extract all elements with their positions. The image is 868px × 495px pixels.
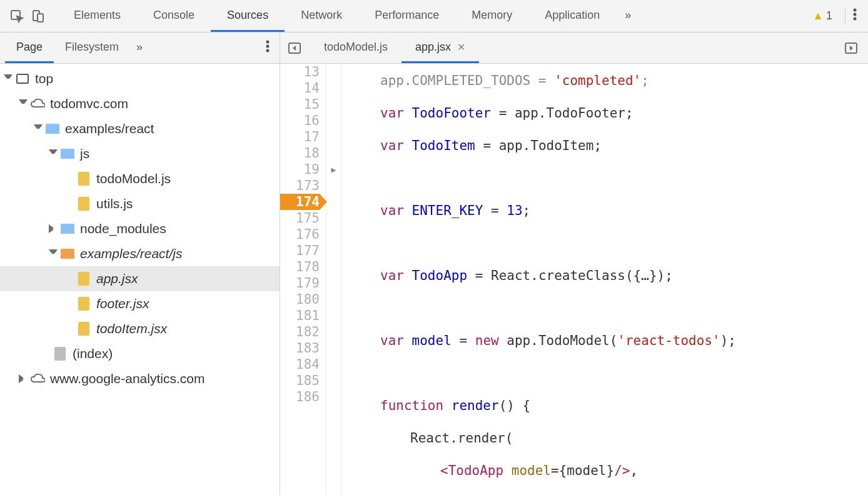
folder-icon [60,221,75,236]
svg-point-7 [266,45,270,48]
tab-label: app.jsx [415,41,451,54]
tree-label: www.google-analytics.com [50,371,204,386]
tab-performance[interactable]: Performance [358,0,455,32]
tree-top[interactable]: top [0,66,280,91]
svg-point-8 [266,49,270,52]
tab-network[interactable]: Network [285,0,358,32]
separator [845,9,845,24]
cloud-icon [30,96,45,111]
svg-point-6 [266,41,270,44]
cloud-icon [30,371,45,386]
editor-tab-app[interactable]: app.jsx✕ [401,32,479,63]
tree-label: todomvc.com [50,96,128,111]
file-icon [76,171,91,186]
tree-label: todoItem.jsx [96,321,167,336]
navigator-tab-page[interactable]: Page [5,32,54,63]
tree-folder-js[interactable]: js [0,141,280,166]
tab-label: todoModel.js [324,41,388,54]
file-icon [76,321,91,336]
tree-label: footer.jsx [96,296,149,311]
tree-label: js [80,146,89,161]
tree-label: (index) [73,346,113,361]
line-gutter[interactable]: 1314151617181917317417517617717817918018… [280,64,326,495]
warnings-badge[interactable]: ▲ 1 [812,9,837,22]
device-mode-icon[interactable] [28,6,49,27]
tab-sources[interactable]: Sources [211,0,285,32]
svg-point-5 [854,18,857,21]
svg-rect-2 [38,14,43,22]
tree-domain[interactable]: todomvc.com [0,91,280,116]
tree-label: examples/react/js [80,246,182,261]
folder-icon [60,146,75,161]
folder-icon [45,121,60,136]
tree-domain-ga[interactable]: www.google-analytics.com [0,366,280,391]
devtools-tabs: Elements Console Sources Network Perform… [0,0,868,32]
inspect-icon[interactable] [6,6,28,27]
tree-folder-nodemodules[interactable]: node_modules [0,216,280,241]
warning-icon: ▲ [812,9,824,22]
svg-point-3 [854,9,857,12]
file-icon [76,296,91,311]
tree-folder-examples[interactable]: examples/react [0,116,280,141]
frame-icon [15,71,30,86]
tree-file-app[interactable]: app.jsx [0,266,280,291]
navigator-pane: Page Filesystem » top todomvc.com exampl… [0,32,280,495]
tree-file-index[interactable]: (index) [0,341,280,366]
editor-tab-todomodel[interactable]: todoModel.js [310,32,401,63]
file-icon [76,196,91,211]
editor-tabs: todoModel.js app.jsx✕ [280,32,868,64]
tree-label: node_modules [80,221,166,236]
tab-console[interactable]: Console [137,0,211,32]
tab-memory[interactable]: Memory [455,0,528,32]
panel-tabs: Elements Console Sources Network Perform… [58,0,640,32]
toggle-navigator-icon[interactable] [284,38,305,59]
tree-file-utils[interactable]: utils.js [0,191,280,216]
tree-label: todoModel.js [96,171,171,186]
tree-label: app.jsx [96,271,138,286]
file-tree: top todomvc.com examples/react js todoMo… [0,64,280,495]
tree-file-footer[interactable]: footer.jsx [0,291,280,316]
code-lines: app.COMPLETED_TODOS = 'completed'; var T… [341,64,868,495]
tab-overflow[interactable]: » [616,0,640,32]
tree-file-todoitem[interactable]: todoItem.jsx [0,316,280,341]
svg-point-4 [854,13,857,16]
code-editor[interactable]: 1314151617181917317417517617717817918018… [280,64,868,495]
navigator-tab-overflow[interactable]: » [130,32,149,63]
tree-file-todomodel[interactable]: todoModel.js [0,166,280,191]
warning-count: 1 [826,9,832,22]
navigator-more-icon[interactable] [266,39,270,56]
tab-application[interactable]: Application [528,0,616,32]
toggle-debugger-icon[interactable] [840,38,862,59]
kebab-menu-icon[interactable] [853,8,857,24]
tree-folder-sourcemapped[interactable]: examples/react/js [0,241,280,266]
tree-label: utils.js [96,196,133,211]
tree-label: examples/react [65,121,154,136]
close-icon[interactable]: ✕ [457,41,465,53]
tab-elements[interactable]: Elements [58,0,137,32]
file-icon [53,346,68,361]
tree-label: top [35,71,53,86]
file-icon [76,271,91,286]
fold-column[interactable]: ▸ [326,64,341,495]
editor-pane: todoModel.js app.jsx✕ 131415161718191731… [280,32,868,495]
navigator-tabs: Page Filesystem » [0,32,280,64]
navigator-tab-filesystem[interactable]: Filesystem [54,32,130,63]
folder-icon [60,246,75,261]
